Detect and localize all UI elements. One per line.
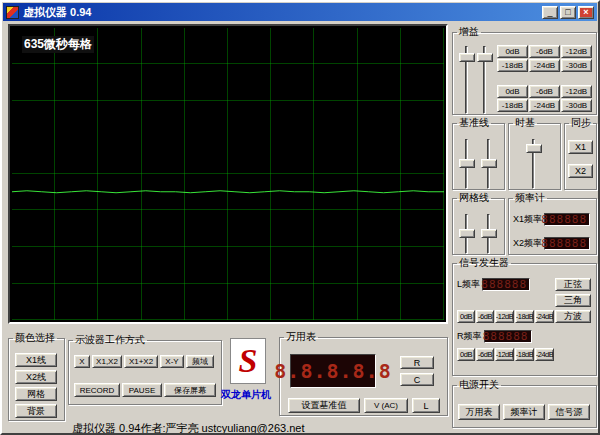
l-db-button[interactable]: -12dB — [495, 310, 514, 323]
l-frequency-display: 888888 — [482, 278, 530, 291]
l-db-button[interactable]: -18dB — [515, 310, 534, 323]
scope-mode-group: 示波器工作方式 X X1,X2 X1+X2 X-Y 频域 RECORD PAUS… — [68, 335, 222, 405]
r-db-button[interactable]: -6dB — [476, 348, 494, 361]
oscilloscope-display: 635微秒每格 — [8, 24, 448, 324]
titlebar: 虚拟仪器 0.94 _ □ × — [3, 3, 597, 21]
window-title: 虚拟仪器 0.94 — [23, 5, 538, 20]
sync-group-title: 同步 — [569, 118, 593, 128]
capacitance-button[interactable]: C — [400, 373, 434, 386]
gain-ch2-db-button[interactable]: -18dB — [497, 99, 528, 112]
r-db-button[interactable]: -12dB — [495, 348, 514, 361]
mode-x1x2-button[interactable]: X1,X2 — [92, 355, 122, 368]
baseline-group: 基准线 — [452, 118, 505, 190]
r-db-button[interactable]: -24dB — [535, 348, 554, 361]
sine-wave-button[interactable]: 正弦 — [555, 278, 591, 291]
gridlines-group: 网格线 — [452, 193, 505, 255]
timebase-label: 635微秒每格 — [22, 36, 94, 53]
multimeter-display: 8.8.8.8.8 — [290, 354, 376, 388]
app-icon — [6, 6, 19, 19]
power-freqcounter-button[interactable]: 频率计 — [503, 404, 545, 420]
l-frequency-label: L频率 — [457, 278, 480, 291]
power-switch-group: 电源开关 万用表 频率计 信号源 — [452, 380, 597, 428]
waveform-trace — [12, 28, 444, 320]
gridlines-group-title: 网格线 — [457, 193, 491, 203]
set-reference-button[interactable]: 设置基准值 — [288, 398, 360, 413]
gain-ch1-db-button[interactable]: -30dB — [561, 59, 592, 72]
gain-ch2-db-button[interactable]: -6dB — [529, 85, 560, 98]
x1-frequency-display: 888888 — [544, 213, 590, 226]
save-screen-button[interactable]: 保存屏幕 — [164, 383, 216, 397]
gain-group-title: 增益 — [457, 27, 481, 37]
minimize-button[interactable]: _ — [542, 6, 558, 19]
mode-freqdomain-button[interactable]: 频域 — [186, 355, 214, 368]
timebase-group: 时基 — [508, 118, 561, 190]
logo-letter: S — [239, 344, 258, 378]
multimeter-group-title: 万用表 — [284, 332, 318, 342]
gain-group: 增益 0dB -6dB -12dB -18dB -24dB -30dB 0dB … — [452, 27, 597, 115]
sync-group: 同步 X1 X2 — [564, 118, 597, 190]
power-multimeter-button[interactable]: 万用表 — [458, 404, 500, 420]
gain-ch1-db-button[interactable]: -18dB — [497, 59, 528, 72]
frequency-counter-group: 频率计 X1频率 888888 X2频率 888888 — [508, 193, 597, 255]
color-x1-line-button[interactable]: X1线 — [15, 353, 57, 367]
gain-ch1-db-button[interactable]: -24dB — [529, 59, 560, 72]
power-switch-group-title: 电源开关 — [457, 380, 501, 390]
baseline-slider-ch2[interactable] — [481, 138, 497, 190]
x1-frequency-label: X1频率 — [513, 213, 542, 226]
multimeter-group: 万用表 8.8.8.8.8 R C 设置基准值 V (AC) L — [279, 332, 448, 416]
r-db-button[interactable]: -18dB — [515, 348, 534, 361]
signal-generator-group: 信号发生器 L频率 888888 正弦 三角 方波 0dB -6dB -12dB… — [452, 258, 597, 376]
sync-x1-button[interactable]: X1 — [568, 140, 593, 154]
mode-x-button[interactable]: X — [74, 355, 90, 368]
timebase-group-title: 时基 — [513, 118, 537, 128]
shuanglong-logo: S — [230, 338, 266, 384]
app-window: 虚拟仪器 0.94 _ □ × 635微秒每格 增益 0dB -6dB — [0, 0, 600, 435]
baseline-slider-ch1[interactable] — [459, 138, 475, 190]
gain-slider-ch1[interactable] — [459, 45, 475, 115]
triangle-wave-button[interactable]: 三角 — [555, 294, 591, 307]
r-frequency-display: 888888 — [484, 330, 532, 343]
r-frequency-label: R频率 — [457, 330, 482, 343]
oscilloscope-screen: 635微秒每格 — [12, 28, 444, 320]
color-x2-line-button[interactable]: X2线 — [15, 370, 57, 384]
mode-xy-button[interactable]: X-Y — [160, 355, 184, 368]
gridlines-slider-v[interactable] — [481, 213, 497, 255]
baseline-group-title: 基准线 — [457, 118, 491, 128]
record-button[interactable]: RECORD — [74, 383, 120, 397]
shuanglong-mcu-link[interactable]: 双龙单片机 — [221, 388, 271, 402]
gain-ch2-db-button[interactable]: 0dB — [497, 85, 528, 98]
gain-slider-ch2[interactable] — [477, 45, 493, 115]
x2-frequency-label: X2频率 — [513, 237, 542, 250]
l-db-button[interactable]: -24dB — [535, 310, 554, 323]
scope-mode-group-title: 示波器工作方式 — [73, 335, 147, 345]
frequency-counter-group-title: 频率计 — [513, 193, 547, 203]
close-button[interactable]: × — [578, 6, 594, 19]
square-wave-button[interactable]: 方波 — [555, 310, 591, 323]
l-db-button[interactable]: -6dB — [476, 310, 494, 323]
gain-ch1-db-button[interactable]: -6dB — [529, 45, 560, 58]
signal-generator-group-title: 信号发生器 — [457, 258, 511, 268]
r-db-button[interactable]: 0dB — [457, 348, 475, 361]
color-grid-button[interactable]: 网格 — [15, 387, 57, 401]
timebase-slider[interactable] — [526, 138, 542, 190]
color-background-button[interactable]: 背景 — [15, 404, 57, 418]
color-select-group: 颜色选择 X1线 X2线 网格 背景 — [8, 333, 65, 421]
maximize-button[interactable]: □ — [560, 6, 576, 19]
gain-ch1-db-button[interactable]: 0dB — [497, 45, 528, 58]
gain-ch1-db-button[interactable]: -12dB — [561, 45, 592, 58]
vac-button[interactable]: V (AC) — [364, 398, 408, 413]
l-db-button[interactable]: 0dB — [457, 310, 475, 323]
gain-ch2-db-button[interactable]: -12dB — [561, 85, 592, 98]
status-text: 虚拟仪器 0.94作者:严宇亮 ustcyuliang@263.net — [72, 421, 304, 435]
gain-ch2-db-button[interactable]: -24dB — [529, 99, 560, 112]
x2-frequency-display: 888888 — [544, 237, 590, 250]
sync-x2-button[interactable]: X2 — [568, 164, 593, 178]
inductance-button[interactable]: L — [412, 398, 440, 413]
pause-button[interactable]: PAUSE — [122, 383, 162, 397]
gridlines-slider-h[interactable] — [459, 213, 475, 255]
power-signalsource-button[interactable]: 信号源 — [548, 404, 590, 420]
color-select-group-title: 颜色选择 — [13, 333, 57, 343]
mode-x1plusx2-button[interactable]: X1+X2 — [124, 355, 158, 368]
gain-ch2-db-button[interactable]: -30dB — [561, 99, 592, 112]
resistance-button[interactable]: R — [400, 356, 434, 369]
